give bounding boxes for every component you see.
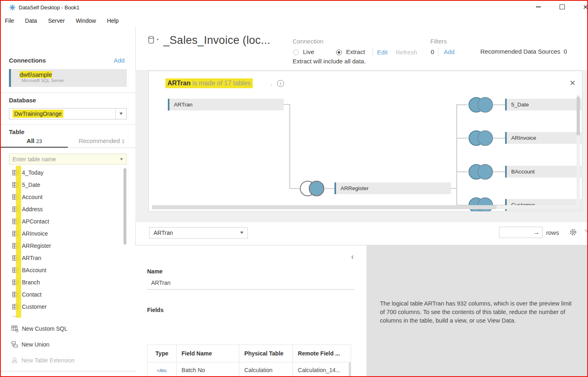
minimize-icon [536,6,541,7]
collapse-panel-chevron-icon[interactable]: ‹ [351,252,354,261]
table-name: Customer [22,303,47,310]
join-venn-icon[interactable] [297,180,325,197]
minimize-button[interactable] [529,1,548,13]
connector-line [289,104,290,188]
connection-driver: Microsoft SQL Server [20,78,127,83]
menu-window[interactable]: Window [76,17,96,24]
menu-data[interactable]: Data [25,17,37,24]
col-remote-field[interactable]: Remote Field ... [293,345,351,362]
diagram-node-related[interactable]: BAccount [505,166,581,178]
close-button[interactable]: × [576,1,588,13]
related-node-row: 5_Date [456,96,582,114]
maximize-icon [560,4,565,9]
filters-count: 0 [431,48,434,55]
radio-extract[interactable]: Extract [336,48,365,57]
menu-file[interactable]: File [5,17,14,24]
canvas-hscrollbar-track[interactable] [152,205,579,209]
panel-chevron-down-icon[interactable] [584,228,588,236]
canvas-vscrollbar-track[interactable] [577,95,580,205]
canvas-background: ARTran is made of 17 tables . i × ARTran… [135,70,588,222]
chevron-down-icon [240,232,243,234]
table-search-input[interactable] [9,156,117,162]
recommended-data-sources[interactable]: Recommended Data Sources 0 [480,48,567,55]
settings-button[interactable] [569,228,577,238]
datasource-title[interactable]: _Sales_Invoice (loc... [163,34,270,47]
table-name: Account [22,194,43,200]
new-custom-sql-label: New Custom SQL [22,325,67,332]
tab-recommended-count: 1 [122,138,124,144]
sidebar-scrollbar[interactable] [124,168,126,245]
canvas-hscrollbar-thumb[interactable] [152,205,497,209]
info-icon[interactable]: i [277,80,284,87]
related-node-row: ARInvoice [456,129,582,147]
col-field-name[interactable]: Field Name [176,345,239,362]
table-name: APContact [22,218,49,225]
database-selected-value: DwTrainingOrange [13,110,63,118]
search-caret[interactable] [117,158,126,160]
apply-rows-arrow-icon[interactable]: → [531,229,542,236]
gear-icon [569,228,577,236]
chevron-down-icon [120,158,123,160]
divider [438,48,438,56]
diagram-node-root[interactable]: ARTran [168,99,284,110]
edit-link[interactable]: Edit [377,49,388,56]
name-label: Name [147,268,163,275]
preview-limit-message: The logical table ARTran has 932 columns… [380,299,578,325]
canvas-vscrollbar-thumb[interactable] [577,97,580,135]
relationship-canvas: ARTran is made of 17 tables . i × ARTran… [148,71,582,212]
add-connection-link[interactable]: Add [114,57,125,64]
new-union-button[interactable]: New Union [1,338,123,351]
menu-bar: File Data Server Window Help [1,15,587,27]
table-header: Table [9,128,24,135]
diagram-node-related[interactable]: 5_Date [505,99,581,110]
related-nodes: 5_Date ARInvoice [456,71,582,212]
join-venn-icon[interactable] [466,163,494,181]
join-venn-icon[interactable] [466,196,494,212]
menu-help[interactable]: Help [107,17,119,24]
related-node-row: Customer [456,196,582,212]
divider [1,93,135,93]
canvas-title-suffix: . [271,80,272,87]
diagram-node-join[interactable]: ARRegister [334,182,451,194]
radio-live-circle [293,50,299,55]
connection-card[interactable]: dw6\sample Microsoft SQL Server [9,69,127,87]
datasource-db-icon[interactable] [148,36,159,46]
app-logo-icon [9,4,16,13]
radio-extract-circle [336,50,342,55]
rows-count-field: → [499,227,542,238]
filters-add-link[interactable]: Add [444,48,455,55]
table-name: ARRegister [22,243,51,249]
related-node-row: BAccount [456,163,582,181]
name-input[interactable] [147,278,354,290]
app-window: DataSelf Desktop - Book1 × File Data Ser… [0,0,588,377]
table-name: Contact [22,291,41,298]
radio-live[interactable]: Live [293,48,314,57]
database-select-caret [115,108,126,119]
close-icon: × [583,2,588,12]
connector-line [325,188,334,189]
diagram-node-related[interactable]: ARInvoice [505,132,581,144]
maximize-button[interactable] [553,1,571,13]
col-physical-table[interactable]: Physical Table [239,345,293,362]
join-venn-icon[interactable] [466,129,494,147]
fields-table-scrollbar[interactable] [349,362,351,377]
table-name: ARTran [22,255,41,261]
window-title: DataSelf Desktop - Book1 [19,4,80,11]
new-union-label: New Union [22,341,49,348]
preview-table-select[interactable]: ARTran [149,227,248,238]
col-type[interactable]: Type [148,345,177,362]
rows-count-input[interactable] [499,229,531,236]
extract-note: Extract will include all data. [293,58,366,65]
union-icon [11,341,18,348]
database-select[interactable]: DwTrainingOrange [9,108,127,119]
fields-table: Type Field Name Physical Table Remote Fi… [147,344,351,377]
new-table-extension-label: New Table Extension [22,357,74,364]
new-custom-sql-button[interactable]: New Custom SQL [1,323,123,335]
menu-server[interactable]: Server [48,17,65,24]
fields-table-row[interactable]: =Abc Batch No Calculation Calculation_14… [148,362,351,377]
connector-line [493,171,506,172]
canvas-title-table: ARTran [167,80,191,87]
tab-recommended[interactable]: Recommended 1 [68,137,135,148]
custom-sql-icon [11,325,19,332]
join-venn-icon[interactable] [466,96,494,114]
